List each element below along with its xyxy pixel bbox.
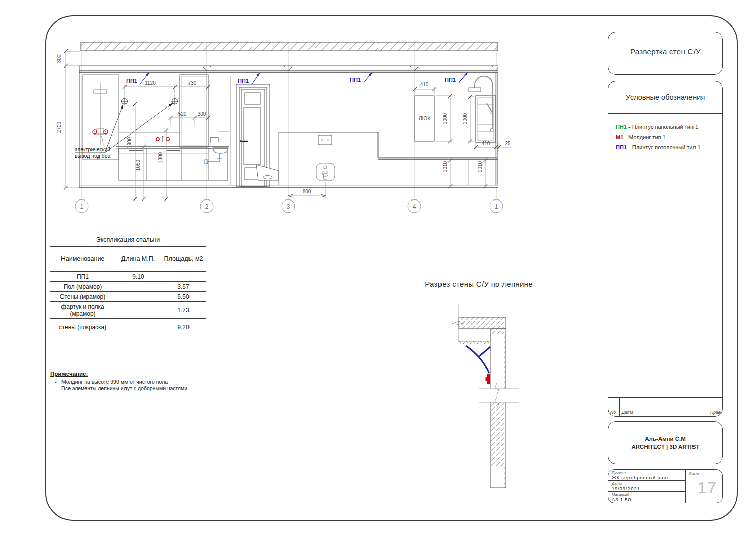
legend-code-pp1: ПП1 (616, 144, 627, 150)
legend-desc: - Плинтус напольный тип 1 (628, 124, 698, 130)
leader-note: электрический вывод под бра (75, 103, 173, 159)
sheet-title: Развертка стен С/У (608, 47, 722, 56)
date-row: Дата 19/09/2021 (608, 481, 685, 492)
shower-hose (474, 76, 493, 129)
sheet-title-box: Развертка стен С/У (608, 32, 723, 75)
dim-label: 1000 (442, 113, 448, 124)
col-header-name: Наименование (50, 247, 115, 272)
scale-value: А3 1:50 (612, 497, 685, 502)
dim-label: 300 (198, 111, 206, 117)
shower-head (469, 88, 481, 92)
cell-name: Стены (мрамор) (50, 292, 115, 302)
table-title: Экспликация спальни (50, 233, 206, 247)
dim-label: 410 (482, 141, 490, 146)
note-text: Молдинг на высоте 990 мм от чистого пола (61, 379, 168, 385)
sheet-number-cell: Лист 17 (685, 470, 722, 503)
legend-item: ПН1 - Плинтус напольный тип 1 (616, 122, 722, 132)
revision-row-labels: No Дата Правки (608, 407, 722, 416)
note-item: - Молдинг на высоте 990 мм от чистого по… (50, 379, 189, 385)
dim-label: 300 (56, 54, 62, 63)
cell-name: фартук и полка (мрамор) (50, 302, 115, 319)
grid-bubbles: 1 2 3 4 1 (75, 199, 503, 213)
grid-bubble-label: 2 (205, 203, 209, 210)
cell-name: стены (покраска) (50, 319, 115, 336)
legend-desc: - Плинтус потолочный тип 1 (628, 144, 701, 150)
author-box: Аль-Амни С.М ARCHITECT | 3D ARTIST (608, 421, 723, 464)
cell-length (115, 319, 161, 336)
author-role: ARCHITECT | 3D ARTIST (631, 443, 699, 451)
grid-bubble-label: 1 (495, 203, 498, 210)
cell-length (115, 292, 161, 302)
dim-label: 1900 (127, 137, 132, 148)
cell-area: 3.57 (161, 282, 206, 292)
pp1-label: ПП1 (350, 77, 361, 83)
dimension-labels: 300 2700 1120 730 520 300 1900 1050 1300… (56, 54, 511, 194)
grid-bubble-label: 4 (413, 203, 416, 210)
scale-label: Масштаб (612, 492, 685, 497)
dim-label: 1010 (477, 161, 483, 172)
revision-rows: No Дата Правки (608, 397, 722, 416)
dim-label: 1010 (442, 161, 448, 172)
legend-header: Условные обозначения (608, 81, 722, 114)
cell-area: 1.73 (161, 302, 206, 319)
specification-table: Экспликация спальни Наименование Длина М… (50, 233, 206, 336)
ceiling-molding-band (79, 66, 498, 73)
legend-box: Условные обозначения ПН1 - Плинтус напол… (608, 81, 723, 417)
dim-label: 1050 (135, 159, 141, 171)
dim-label: 520 (178, 111, 187, 117)
grid-bubble-label: 3 (287, 203, 290, 210)
vanity-fittings (156, 136, 228, 164)
table-row: Стены (мрамор) 5.50 (50, 292, 206, 302)
table-row: ПП1 9.10 (50, 272, 206, 282)
project-label: Проект (612, 470, 685, 475)
title-block-left: Проект ЖК серебрянный парк Дата 19/09/20… (608, 470, 685, 503)
ceiling-slab-hatch (81, 42, 498, 51)
sheet-number: 17 (697, 479, 717, 497)
leader-note-line2: вывод под бра (75, 153, 110, 159)
hatch-door-label: ЛЮК (419, 115, 431, 121)
dim-label: 25 (505, 141, 511, 146)
cell-name: ПП1 (50, 272, 115, 282)
sconce-points (121, 98, 178, 105)
dim-label: 1000 (462, 113, 468, 124)
legend-item: ПП1 - Плинтус потолочный тип 1 (616, 142, 722, 152)
project-value: ЖК серебрянный парк (612, 475, 685, 480)
scale-row: Масштаб А3 1:50 (608, 492, 685, 503)
cell-length (115, 302, 161, 319)
pp1-label: ПП1 (445, 77, 456, 83)
room-envelope (79, 66, 498, 188)
vanity-cabinets (116, 75, 230, 185)
table-row: стены (покраска) 9.20 (50, 319, 206, 336)
project-row: Проект ЖК серебрянный парк (608, 470, 685, 481)
legend-items: ПН1 - Плинтус напольный тип 1 М1 - Молди… (608, 114, 722, 152)
col-header-area: Площадь, м2 (161, 247, 206, 272)
cell-area: 9.20 (161, 319, 206, 336)
notes-title: Примечание: (50, 371, 189, 377)
wall-hung-toilet (316, 163, 335, 181)
note-text: Все элементы лепнины идут с доборными ча… (61, 385, 189, 391)
floor-object (256, 165, 279, 180)
detail-title: Разрез стены С/У по лепнине (425, 280, 533, 288)
table-row: фартук и полка (мрамор) 1.73 (50, 302, 206, 319)
legend-desc: - Молдинг тип 1 (625, 134, 665, 140)
drawing-sheet: 1 2 3 4 1 (0, 0, 756, 534)
cell-length (115, 282, 161, 292)
cell-area: 5.50 (161, 292, 206, 302)
rev-date-label: Дата (620, 407, 708, 415)
note-bullet: - (50, 385, 61, 391)
grid-bubble-label: 1 (80, 203, 84, 210)
pp1-callouts: ПП1 ПП1 ПП1 ПП1 (126, 72, 468, 84)
legend-item: М1 - Молдинг тип 1 (616, 132, 722, 142)
rev-no-label: No (608, 407, 619, 415)
molding-section-detail: Разрез стены С/У по лепнине (425, 280, 533, 488)
date-label: Дата (612, 481, 685, 486)
table-row: Пол (мрамор) 3.57 (50, 282, 206, 292)
date-value: 19/09/2021 (612, 486, 685, 491)
cell-area (161, 272, 206, 282)
rev-edit-label: Правки (708, 407, 722, 415)
revision-row-empty (608, 397, 722, 407)
toilet-wall (279, 132, 378, 185)
molding-clip (487, 374, 490, 384)
dim-label: 800 (303, 189, 311, 194)
note-bullet: - (50, 379, 61, 385)
